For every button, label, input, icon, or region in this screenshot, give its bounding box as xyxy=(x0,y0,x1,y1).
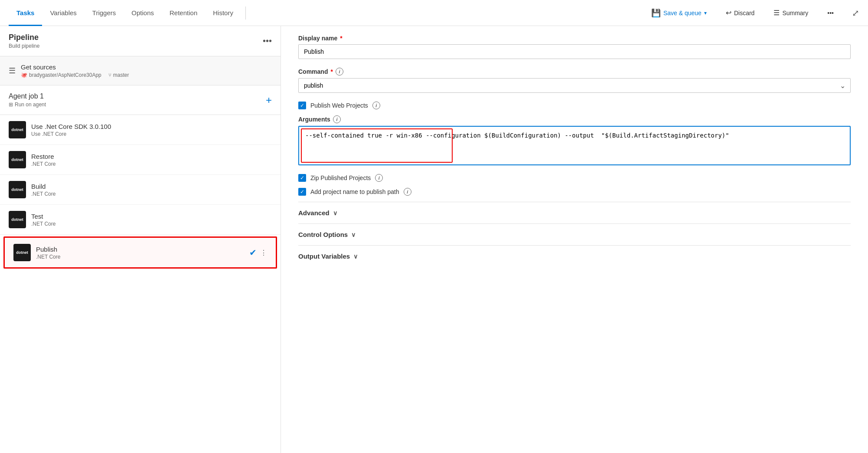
advanced-chevron-icon: ∨ xyxy=(333,210,337,217)
tab-variables[interactable]: Variables xyxy=(42,0,84,26)
task-publish-actions: ✔ ⋮ xyxy=(249,247,267,258)
task-info-test: Test .NET Core xyxy=(31,213,272,227)
display-name-label: Display name * xyxy=(298,35,851,42)
zip-published-info-icon[interactable]: i xyxy=(375,174,383,182)
discard-button[interactable]: ↩ Discard xyxy=(721,6,760,20)
task-info-publish: Publish .NET Core xyxy=(36,246,244,260)
command-required: * xyxy=(330,68,333,75)
tab-retention[interactable]: Retention xyxy=(162,0,205,26)
command-info-icon[interactable]: i xyxy=(336,68,343,76)
zip-check-icon: ✓ xyxy=(300,175,304,181)
left-panel: Pipeline Build pipeline ••• ☰ Get source… xyxy=(0,26,281,453)
get-sources-icon: ☰ xyxy=(9,66,16,76)
command-label: Command * i xyxy=(298,68,851,76)
task-icon-use-net-core: dotnet xyxy=(9,121,26,138)
arguments-container: --self-contained true -r win-x86 --confi… xyxy=(298,126,851,165)
checkbox-check-icon: ✓ xyxy=(300,102,304,108)
pipeline-title: Pipeline xyxy=(9,33,39,42)
expand-button[interactable]: ⤢ xyxy=(852,8,859,18)
tab-tasks[interactable]: Tasks xyxy=(9,0,42,26)
pipeline-subtitle: Build pipeline xyxy=(9,43,39,49)
command-select-wrapper: publish build restore test xyxy=(298,78,851,93)
get-sources-info: Get sources 🐙 bradygaster/AspNetCore30Ap… xyxy=(21,63,129,78)
nav-actions: 💾 Save & queue ▾ ↩ Discard ☰ Summary •••… xyxy=(646,6,859,20)
publish-web-projects-label: Publish Web Projects xyxy=(310,102,368,109)
repo-info: 🐙 bradygaster/AspNetCore30App xyxy=(21,72,101,78)
summary-icon: ☰ xyxy=(773,9,780,17)
task-list: dotnet Use .Net Core SDK 3.0.100 Use .NE… xyxy=(0,115,281,453)
arguments-info-icon[interactable]: i xyxy=(333,115,341,123)
add-project-name-checkbox[interactable]: ✓ xyxy=(298,188,306,196)
output-variables-chevron-icon: ∨ xyxy=(353,253,358,260)
task-icon-restore: dotnet xyxy=(9,151,26,168)
summary-button[interactable]: ☰ Summary xyxy=(768,6,813,20)
arguments-field: Arguments i --self-contained true -r win… xyxy=(298,115,851,165)
display-name-field: Display name * xyxy=(298,35,851,59)
branch-info: ⑂ master xyxy=(108,72,129,78)
publish-web-projects-info-icon[interactable]: i xyxy=(372,102,380,109)
arguments-inner: --self-contained true -r win-x86 --confi… xyxy=(300,128,849,164)
publish-dots-icon[interactable]: ⋮ xyxy=(260,249,267,257)
github-icon: 🐙 xyxy=(21,72,27,78)
pipeline-info: Pipeline Build pipeline xyxy=(9,33,39,49)
advanced-section[interactable]: Advanced ∨ xyxy=(298,202,851,223)
task-item-test[interactable]: dotnet Test .NET Core xyxy=(0,205,281,235)
save-queue-button[interactable]: 💾 Save & queue ▾ xyxy=(646,6,712,20)
get-sources-section[interactable]: ☰ Get sources 🐙 bradygaster/AspNetCore30… xyxy=(0,56,281,85)
control-options-chevron-icon: ∨ xyxy=(351,231,356,238)
task-info-build: Build .NET Core xyxy=(31,183,272,197)
task-icon-publish: dotnet xyxy=(13,244,31,261)
tab-history[interactable]: History xyxy=(205,0,241,26)
save-icon: 💾 xyxy=(651,8,661,18)
get-sources-title: Get sources xyxy=(21,63,129,71)
output-variables-section[interactable]: Output Variables ∨ xyxy=(298,245,851,267)
zip-published-label: Zip Published Projects xyxy=(310,174,371,181)
command-select[interactable]: publish build restore test xyxy=(298,78,851,93)
publish-check-icon: ✔ xyxy=(249,247,257,258)
zip-published-row[interactable]: ✓ Zip Published Projects i xyxy=(298,174,851,182)
zip-published-checkbox[interactable]: ✓ xyxy=(298,174,306,182)
add-project-name-row[interactable]: ✓ Add project name to publish path i xyxy=(298,188,851,196)
tab-triggers[interactable]: Triggers xyxy=(85,0,124,26)
add-project-name-label: Add project name to publish path xyxy=(310,188,399,195)
arguments-textarea[interactable]: --self-contained true -r win-x86 --confi… xyxy=(300,128,849,162)
branch-icon: ⑂ xyxy=(108,72,111,78)
display-name-input[interactable] xyxy=(298,44,851,59)
display-name-required: * xyxy=(340,35,342,42)
task-info-restore: Restore .NET Core xyxy=(31,153,272,167)
right-panel: Display name * Command * i publish build… xyxy=(281,26,868,453)
task-icon-build: dotnet xyxy=(9,181,26,198)
command-field: Command * i publish build restore test xyxy=(298,68,851,93)
publish-web-projects-row[interactable]: ✓ Publish Web Projects i xyxy=(298,102,851,109)
discard-icon: ↩ xyxy=(726,9,731,17)
add-task-button[interactable]: + xyxy=(266,94,272,106)
task-info-use-net-core: Use .Net Core SDK 3.0.100 Use .NET Core xyxy=(31,123,272,137)
main-layout: Pipeline Build pipeline ••• ☰ Get source… xyxy=(0,26,868,453)
right-content: Display name * Command * i publish build… xyxy=(281,26,868,276)
arguments-outer: --self-contained true -r win-x86 --confi… xyxy=(298,126,851,165)
get-sources-meta: 🐙 bradygaster/AspNetCore30App ⑂ master xyxy=(21,72,129,78)
publish-web-projects-checkbox[interactable]: ✓ xyxy=(298,102,306,109)
control-options-section[interactable]: Control Options ∨ xyxy=(298,223,851,245)
task-icon-test: dotnet xyxy=(9,211,26,228)
tab-options[interactable]: Options xyxy=(124,0,162,26)
save-queue-chevron-icon: ▾ xyxy=(704,10,707,16)
agent-job-subtitle: ⊞ Run on agent xyxy=(9,102,46,108)
top-nav: Tasks Variables Triggers Options Retenti… xyxy=(0,0,868,26)
pipeline-header: Pipeline Build pipeline ••• xyxy=(0,26,281,56)
task-item-restore[interactable]: dotnet Restore .NET Core xyxy=(0,145,281,175)
pipeline-more-button[interactable]: ••• xyxy=(263,36,272,46)
more-nav-button[interactable]: ••• xyxy=(822,7,839,19)
task-item-build[interactable]: dotnet Build .NET Core xyxy=(0,175,281,205)
agent-job-header: Agent job 1 ⊞ Run on agent + xyxy=(0,85,281,115)
agent-icon: ⊞ xyxy=(9,102,13,108)
agent-job-info: Agent job 1 ⊞ Run on agent xyxy=(9,92,46,108)
arguments-label: Arguments i xyxy=(298,115,851,123)
add-project-info-icon[interactable]: i xyxy=(404,188,411,196)
task-item-publish[interactable]: dotnet Publish .NET Core ✔ ⋮ xyxy=(3,236,277,269)
task-item-use-net-core[interactable]: dotnet Use .Net Core SDK 3.0.100 Use .NE… xyxy=(0,115,281,145)
nav-divider xyxy=(245,7,246,20)
agent-job-title: Agent job 1 xyxy=(9,92,46,100)
add-project-check-icon: ✓ xyxy=(300,189,304,195)
